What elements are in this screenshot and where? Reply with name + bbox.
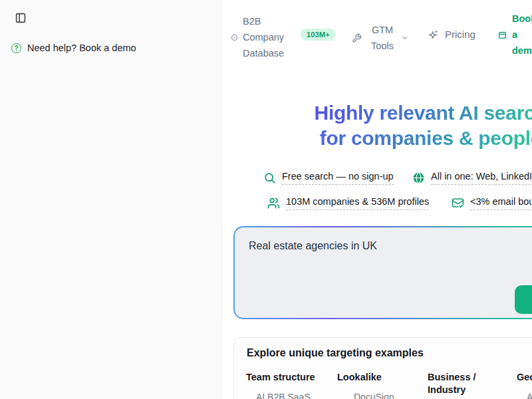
- globe-icon: [412, 172, 425, 184]
- column-header-business-industry: Business / Industry: [428, 371, 486, 396]
- count-badge: 103M+: [301, 29, 336, 41]
- help-label: Need help? Book a demo: [27, 43, 136, 53]
- feature-text: <3% email bounce: [470, 196, 532, 210]
- headline-line1: Highly relevant AI search: [315, 100, 532, 126]
- nav-item-gtm-tools[interactable]: GTM Tools: [352, 22, 409, 54]
- example-link[interactable]: A: [527, 392, 532, 399]
- nav-item-b2b-database[interactable]: B2B Company Database: [231, 13, 292, 61]
- panel-left-icon: [15, 12, 27, 24]
- column-header-geo: Geo: [517, 371, 532, 384]
- nav-label-pricing: Pricing: [445, 27, 475, 43]
- feature-all-in-one[interactable]: All in one: Web, LinkedIn: [412, 171, 532, 185]
- sparkles-icon: [428, 29, 439, 41]
- help-circle-icon: ?: [11, 43, 21, 53]
- feature-text: 103M companies & 536M profiles: [286, 196, 429, 210]
- feature-text: All in one: Web, LinkedIn: [431, 171, 532, 185]
- nav-label-book-demo: Book a demo: [512, 11, 532, 59]
- headline-line2: for companies & people: [320, 126, 532, 151]
- hero-headline: Highly relevant AI search for companies …: [222, 100, 532, 151]
- search-submit-button[interactable]: [515, 285, 532, 314]
- example-link[interactable]: AI B2B SaaS: [256, 392, 311, 399]
- sidebar-toggle-button[interactable]: [13, 11, 28, 25]
- feature-email-bounce[interactable]: <3% email bounce: [452, 196, 532, 210]
- search-icon: [263, 172, 276, 184]
- calendar-icon: [498, 31, 507, 39]
- examples-card: [233, 337, 532, 399]
- column-header-team-structure: Team structure: [246, 371, 315, 384]
- users-icon: [267, 197, 280, 209]
- need-help-link[interactable]: ? Need help? Book a demo: [11, 43, 136, 53]
- nav-item-pricing[interactable]: Pricing: [428, 27, 475, 43]
- chevron-down-icon: [401, 34, 409, 42]
- column-header-lookalike: Lookalike: [337, 371, 382, 384]
- target-icon: [231, 34, 243, 41]
- wrench-icon: [352, 33, 362, 43]
- nav-item-book-demo[interactable]: Book a demo: [498, 11, 532, 59]
- example-link[interactable]: DocuSign: [354, 392, 394, 399]
- nav-label-b2b-database: B2B Company Database: [243, 13, 292, 61]
- nav-label-gtm-tools: GTM Tools: [368, 22, 397, 54]
- search-box-inner: Real estate agencies in UK: [235, 227, 532, 318]
- examples-title: Explore unique targeting examples: [247, 347, 424, 359]
- feature-text: Free search — no sign-up: [282, 171, 394, 185]
- search-input[interactable]: Real estate agencies in UK: [235, 227, 532, 318]
- feature-profiles-count[interactable]: 103M companies & 536M profiles: [267, 196, 429, 210]
- ai-search-box: Real estate agencies in UK: [233, 226, 532, 319]
- feature-free-search[interactable]: Free search — no sign-up: [263, 171, 394, 185]
- sidebar: ? Need help? Book a demo: [0, 0, 222, 399]
- mail-check-icon: [452, 197, 464, 209]
